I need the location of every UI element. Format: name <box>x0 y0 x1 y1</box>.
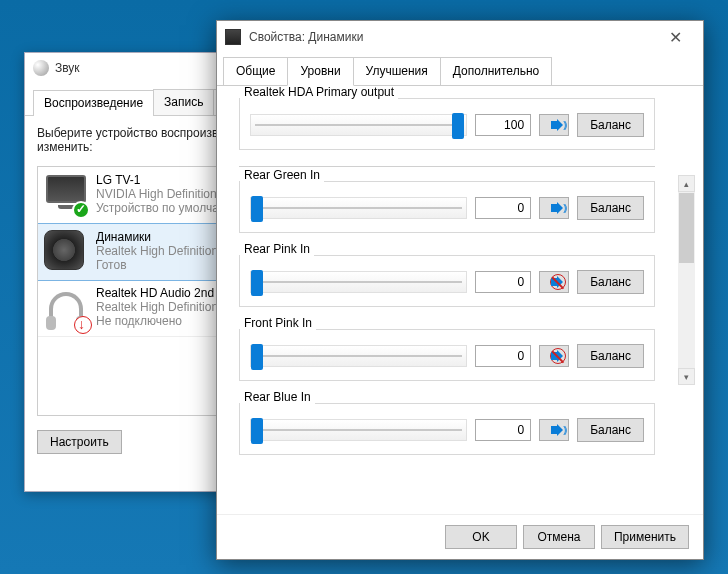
properties-title-text: Свойства: Динамики <box>249 30 655 44</box>
slider-label: Front Pink In <box>240 316 316 330</box>
properties-tabs: Общие Уровни Улучшения Дополнительно <box>217 53 703 86</box>
scrollbar[interactable]: ▴ ▾ <box>678 175 695 385</box>
volume-slider[interactable] <box>250 271 467 293</box>
volume-value[interactable] <box>475 114 531 136</box>
mute-button[interactable] <box>539 271 569 293</box>
tab-playback[interactable]: Воспроизведение <box>33 90 154 116</box>
close-button[interactable]: ✕ <box>655 28 695 47</box>
tab-record[interactable]: Запись <box>153 89 214 115</box>
mute-button[interactable]: )) <box>539 114 569 136</box>
tab-general[interactable]: Общие <box>223 57 288 86</box>
slider-group: Rear Green In )) Баланс <box>239 181 655 233</box>
inputs-scroll-area: Rear Green In )) Баланс Rear Pink In Бал… <box>239 181 693 411</box>
mute-button[interactable] <box>539 345 569 367</box>
scroll-thumb[interactable] <box>679 193 694 263</box>
volume-slider[interactable] <box>250 345 467 367</box>
slider-group-primary: Realtek HDA Primary output )) Баланс <box>239 98 655 150</box>
cancel-button[interactable]: Отмена <box>523 525 595 549</box>
slider-group: Rear Blue In )) Баланс <box>239 403 655 455</box>
scroll-up-icon[interactable]: ▴ <box>678 175 695 192</box>
slider-group: Front Pink In Баланс <box>239 329 655 381</box>
slider-group: Rear Pink In Баланс <box>239 255 655 307</box>
default-badge-icon <box>72 201 90 219</box>
slider-label: Realtek HDA Primary output <box>240 85 398 99</box>
sound-title-text: Звук <box>55 61 80 75</box>
tab-enhancements[interactable]: Улучшения <box>353 57 441 86</box>
ok-button[interactable]: OK <box>445 525 517 549</box>
volume-slider[interactable] <box>250 197 467 219</box>
separator <box>239 166 655 167</box>
slider-label: Rear Green In <box>240 168 324 182</box>
properties-icon <box>225 29 241 45</box>
slider-label: Rear Pink In <box>240 242 314 256</box>
slider-label: Rear Blue In <box>240 390 315 404</box>
monitor-icon <box>44 173 88 217</box>
volume-value[interactable] <box>475 271 531 293</box>
tab-advanced[interactable]: Дополнительно <box>440 57 552 86</box>
configure-button[interactable]: Настроить <box>37 430 122 454</box>
scroll-down-icon[interactable]: ▾ <box>678 368 695 385</box>
error-badge-icon <box>74 316 92 334</box>
balance-button[interactable]: Баланс <box>577 344 644 368</box>
volume-value[interactable] <box>475 345 531 367</box>
volume-value[interactable] <box>475 197 531 219</box>
volume-slider[interactable] <box>250 114 467 136</box>
dialog-buttons: OK Отмена Применить <box>217 514 703 559</box>
balance-button[interactable]: Баланс <box>577 418 644 442</box>
mute-button[interactable]: )) <box>539 197 569 219</box>
volume-value[interactable] <box>475 419 531 441</box>
speaker-icon <box>44 230 88 274</box>
levels-panel: Realtek HDA Primary output )) Баланс Rea… <box>217 85 703 514</box>
volume-slider[interactable] <box>250 419 467 441</box>
apply-button[interactable]: Применить <box>601 525 689 549</box>
balance-button[interactable]: Баланс <box>577 113 644 137</box>
properties-window: Свойства: Динамики ✕ Общие Уровни Улучше… <box>216 20 704 560</box>
properties-title-bar[interactable]: Свойства: Динамики ✕ <box>217 21 703 53</box>
balance-button[interactable]: Баланс <box>577 270 644 294</box>
balance-button[interactable]: Баланс <box>577 196 644 220</box>
sound-icon <box>33 60 49 76</box>
tab-levels[interactable]: Уровни <box>287 57 353 86</box>
mute-button[interactable]: )) <box>539 419 569 441</box>
headphone-icon <box>44 286 88 330</box>
